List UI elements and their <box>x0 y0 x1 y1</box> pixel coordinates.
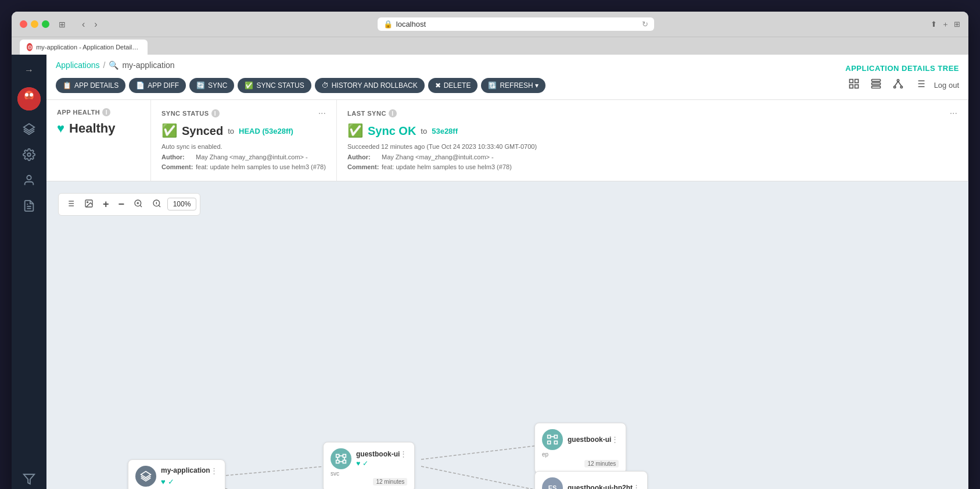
tab-title: my-application - Application Details Tre… <box>36 44 141 51</box>
sidebar-item-docs[interactable] <box>17 194 41 217</box>
app-diff-button[interactable]: 📄 APP DIFF <box>129 78 186 93</box>
sync-status-info-icon[interactable]: i <box>211 109 220 117</box>
last-sync-author-row: Author: May Zhang <may_zhang@intuit.com>… <box>347 152 957 163</box>
node-guestbook-ui-svc[interactable]: guestbook-ui ⋮ ♥ ✓ svc 12 minutes <box>323 442 415 489</box>
browser-navigation: ‹ › <box>78 18 101 31</box>
svg-marker-11 <box>24 474 34 484</box>
sync-ok-status: Sync OK <box>368 124 416 138</box>
list-view-button[interactable] <box>912 76 928 95</box>
node-my-application[interactable]: my-application ⋮ ♥ ✓ 12 minutes <box>128 459 225 489</box>
synced-to-label: to <box>228 127 234 135</box>
ep-menu[interactable]: ⋮ <box>611 435 619 444</box>
app-diff-icon: 📄 <box>136 81 145 90</box>
svg-rect-12 <box>849 80 853 83</box>
svg-rect-63 <box>554 441 557 444</box>
network-view-button[interactable] <box>890 76 906 95</box>
address-bar[interactable]: 🔒 localhost ↻ <box>378 17 654 31</box>
last-sync-value: ✅ Sync OK to 53e28ff <box>347 123 957 138</box>
back-button[interactable]: ‹ <box>78 18 88 31</box>
browser-action-buttons: ⬆ ＋ ⊞ <box>931 19 960 30</box>
svc-menu[interactable]: ⋮ <box>400 449 407 458</box>
lock-icon: 🔒 <box>383 20 393 28</box>
sync-button[interactable]: 🔄 SYNC <box>189 78 234 93</box>
health-value: ♥ Healthy <box>57 121 140 136</box>
reload-icon[interactable]: ↻ <box>642 20 648 28</box>
sidebar-expand-button[interactable]: → <box>20 60 38 80</box>
user-avatar[interactable] <box>17 87 41 110</box>
last-comment-label: Comment: <box>347 162 379 173</box>
active-tab[interactable]: ⚙ my-application - Application Details T… <box>20 40 148 55</box>
last-sync-commit-link[interactable]: 53e28ff <box>432 127 458 135</box>
tree-toolbar: + − 100% <box>58 193 200 216</box>
sync-status-more-icon[interactable]: ··· <box>318 108 326 119</box>
sidebar-item-filter[interactable] <box>17 467 41 489</box>
ep-type: ep <box>542 451 619 458</box>
maximize-dot[interactable] <box>42 20 49 28</box>
refresh-label: REFRESH ▾ <box>500 81 539 90</box>
svg-rect-16 <box>871 80 880 81</box>
sidebar-item-user[interactable] <box>17 169 41 192</box>
svc-type: svc <box>331 470 407 477</box>
sync-status-icon: ✅ <box>245 81 253 90</box>
last-sync-comment-row: Comment: feat: update helm samples to us… <box>347 162 957 173</box>
last-comment-value: feat: update helm samples to use helm3 (… <box>382 162 512 173</box>
delete-icon: ✖ <box>435 81 441 90</box>
app-details-label: APP DETAILS <box>74 81 119 90</box>
svg-rect-62 <box>548 441 551 444</box>
health-status: Healthy <box>69 121 115 136</box>
head-commit-link[interactable]: HEAD (53e28ff) <box>239 127 293 135</box>
grid-view-button[interactable] <box>868 76 884 95</box>
svg-point-21 <box>900 86 902 88</box>
main-content: Applications / 🔍 my-application APPLICAT… <box>46 55 968 489</box>
delete-button[interactable]: ✖ DELETE <box>428 78 478 93</box>
synced-check-icon: ✅ <box>161 123 177 138</box>
list-toggle-button[interactable] <box>62 197 78 212</box>
tree-view-button[interactable] <box>846 76 862 95</box>
last-sync-info-icon[interactable]: i <box>389 109 397 117</box>
sidebar-item-settings[interactable] <box>17 143 41 166</box>
close-dot[interactable] <box>20 20 27 28</box>
sync-comment-row: Comment: feat: update helm samples to us… <box>161 162 326 173</box>
last-author-value: May Zhang <may_zhang@intuit.com> - <box>382 152 494 163</box>
last-sync-more-icon[interactable]: ··· <box>950 108 957 119</box>
grid-button[interactable]: ⊞ <box>954 19 960 30</box>
refresh-button[interactable]: 🔃 REFRESH ▾ <box>481 78 545 93</box>
app-health-info-icon[interactable]: i <box>102 108 110 116</box>
svg-point-19 <box>897 80 899 81</box>
sidebar-toggle-button[interactable]: ⊞ <box>55 19 69 30</box>
svg-line-45 <box>212 466 325 477</box>
sync-status-button[interactable]: ✅ SYNC STATUS <box>238 78 311 93</box>
logout-button[interactable]: Log out <box>934 81 959 90</box>
svg-rect-17 <box>871 83 880 84</box>
node-guestbook-ui-bp2ht[interactable]: ES guestbook-ui-bp2ht ⋮ endpointslice 12… <box>534 471 648 489</box>
svc-check-icon: ✓ <box>362 459 368 467</box>
breadcrumb-applications-link[interactable]: Applications <box>56 60 100 70</box>
svg-rect-53 <box>343 454 346 457</box>
share-button[interactable]: ⬆ <box>931 19 937 30</box>
my-application-icon <box>135 466 156 487</box>
sync-value: ✅ Synced to HEAD (53e28ff) <box>161 123 326 138</box>
forward-button[interactable]: › <box>91 18 100 31</box>
my-application-label: my-application <box>161 466 210 474</box>
bp2ht-menu[interactable]: ⋮ <box>633 483 640 489</box>
minimize-dot[interactable] <box>31 20 38 28</box>
zoom-out-button[interactable]: − <box>115 196 128 213</box>
image-toggle-button[interactable] <box>81 197 97 212</box>
tree-canvas: + − 100% <box>46 181 968 489</box>
zoom-in-button[interactable]: + <box>99 196 113 213</box>
author-label: Author: <box>161 152 193 163</box>
history-rollback-button[interactable]: ⏱ HISTORY AND ROLLBACK <box>315 78 425 93</box>
sync-author-row: Author: May Zhang <may_zhang@intuit.com>… <box>161 152 326 163</box>
new-tab-button[interactable]: ＋ <box>942 19 949 30</box>
sidebar-item-layers[interactable] <box>17 117 41 141</box>
node-guestbook-ui-ep[interactable]: guestbook-ui ⋮ ep 12 minutes <box>534 423 626 474</box>
zoom-reset-button[interactable] <box>149 197 165 212</box>
app-details-button[interactable]: 📋 APP DETAILS <box>56 78 125 93</box>
app-health-panel: APP HEALTH i ♥ Healthy <box>46 100 151 181</box>
toolbar: 📋 APP DETAILS 📄 APP DIFF 🔄 SYNC ✅ <box>56 78 545 93</box>
breadcrumb-current: 🔍 my-application <box>109 60 174 70</box>
svc-label: guestbook-ui <box>356 450 400 458</box>
app-health-title: APP HEALTH i <box>57 108 110 116</box>
my-application-menu[interactable]: ⋮ <box>210 466 218 475</box>
zoom-fit-button[interactable] <box>130 197 146 212</box>
